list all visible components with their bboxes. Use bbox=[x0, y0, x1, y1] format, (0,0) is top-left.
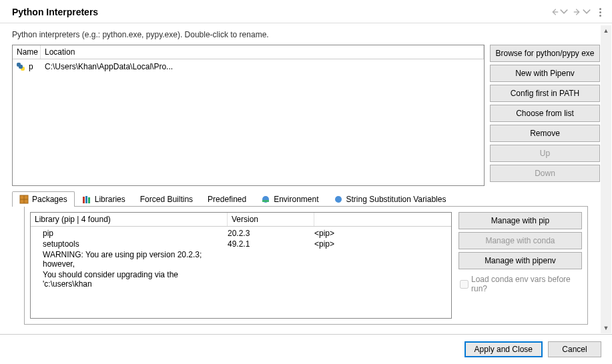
interpreters-table[interactable]: Name Location p C:\Users\Khan\AppData\Lo… bbox=[12, 45, 485, 186]
package-icon bbox=[19, 195, 29, 204]
tab-label: Libraries bbox=[95, 195, 125, 204]
page-title: Python Interpreters bbox=[12, 7, 98, 17]
svg-rect-2 bbox=[19, 65, 23, 69]
manage-conda-button: Manage with conda bbox=[458, 232, 582, 249]
config-path-button[interactable]: Config first in PATH bbox=[490, 85, 600, 102]
col-location[interactable]: Location bbox=[41, 45, 484, 59]
nav-back-group[interactable] bbox=[550, 7, 569, 17]
dialog-header: Python Interpreters bbox=[0, 0, 612, 23]
packages-table[interactable]: Library (pip | 4 found) Version pip 20.2… bbox=[30, 212, 452, 319]
list-item[interactable]: You should consider upgrading via the 'c… bbox=[31, 269, 451, 289]
packages-panel: Library (pip | 4 found) Version pip 20.2… bbox=[24, 206, 588, 325]
vertical-scrollbar[interactable]: ▲ ▼ bbox=[601, 25, 611, 333]
pkg-source: <pip> bbox=[314, 229, 451, 238]
packages-header: Library (pip | 4 found) Version bbox=[31, 213, 451, 227]
nav-forward-group[interactable] bbox=[573, 7, 591, 17]
libraries-icon bbox=[82, 195, 91, 204]
remove-button[interactable]: Remove bbox=[490, 125, 600, 142]
interpreters-table-body: p C:\Users\Khan\AppData\Local\Pro... bbox=[13, 59, 484, 74]
up-button: Up bbox=[490, 145, 600, 162]
cancel-button[interactable]: Cancel bbox=[548, 341, 601, 357]
pkg-source: <pip> bbox=[314, 239, 451, 249]
list-item[interactable]: setuptools 49.2.1 <pip> bbox=[31, 239, 451, 249]
tab-label: String Substitution Variables bbox=[346, 195, 446, 204]
down-button: Down bbox=[490, 165, 600, 182]
table-row[interactable]: p C:\Users\Khan\AppData\Local\Pro... bbox=[13, 61, 484, 73]
svg-rect-10 bbox=[262, 200, 269, 202]
tab-forced-builtins[interactable]: Forced Builtins bbox=[133, 191, 200, 207]
header-toolbar bbox=[550, 7, 601, 17]
pkg-version: 20.2.3 bbox=[228, 229, 314, 238]
load-conda-checkbox[interactable]: Load conda env vars before run? bbox=[458, 272, 582, 296]
col-version[interactable]: Version bbox=[228, 213, 314, 226]
pkg-warning: WARNING: You are using pip version 20.2.… bbox=[31, 250, 228, 269]
package-side-buttons: Manage with pip Manage with conda Manage… bbox=[458, 212, 582, 319]
new-pipenv-button[interactable]: New with Pipenv bbox=[490, 65, 600, 82]
packages-body: pip 20.2.3 <pip> setuptools 49.2.1 <pip>… bbox=[31, 227, 451, 318]
load-conda-input bbox=[460, 280, 469, 289]
tab-environment[interactable]: Environment bbox=[254, 191, 326, 207]
col-library[interactable]: Library (pip | 4 found) bbox=[31, 213, 228, 226]
arrow-left-icon bbox=[550, 7, 559, 17]
tab-label: Predefined bbox=[208, 195, 246, 204]
scroll-down-icon[interactable]: ▼ bbox=[601, 323, 611, 333]
manage-pip-button[interactable]: Manage with pip bbox=[458, 212, 582, 229]
python-icon bbox=[15, 61, 26, 72]
svg-point-11 bbox=[335, 196, 342, 203]
list-item[interactable]: pip 20.2.3 <pip> bbox=[31, 228, 451, 239]
col-name[interactable]: Name bbox=[13, 45, 41, 59]
menu-icon[interactable] bbox=[599, 8, 601, 17]
substitution-icon bbox=[334, 195, 343, 204]
tab-label: Packages bbox=[32, 195, 67, 204]
tab-substitution[interactable]: String Substitution Variables bbox=[326, 191, 454, 207]
main-area: Name Location p C:\Users\Khan\AppData\Lo… bbox=[0, 45, 612, 186]
dropdown-icon bbox=[582, 7, 591, 17]
tab-libraries[interactable]: Libraries bbox=[75, 191, 133, 207]
tab-predefined[interactable]: Predefined bbox=[200, 191, 254, 207]
tab-label: Environment bbox=[274, 195, 318, 204]
tab-label: Forced Builtins bbox=[140, 195, 193, 204]
tabs: Packages Libraries Forced Builtins Prede… bbox=[12, 191, 600, 207]
arrow-right-icon bbox=[573, 7, 582, 17]
svg-rect-7 bbox=[85, 196, 87, 203]
tab-packages[interactable]: Packages bbox=[12, 191, 75, 207]
apply-close-button[interactable]: Apply and Close bbox=[465, 341, 543, 357]
environment-icon bbox=[261, 195, 270, 204]
side-buttons: Browse for python/pypy exe New with Pipe… bbox=[490, 45, 600, 186]
manage-pipenv-button[interactable]: Manage with pipenv bbox=[458, 252, 582, 269]
pkg-version: 49.2.1 bbox=[228, 239, 314, 249]
pkg-name: setuptools bbox=[31, 239, 228, 249]
pkg-warning: You should consider upgrading via the 'c… bbox=[31, 270, 228, 289]
list-item[interactable]: WARNING: You are using pip version 20.2.… bbox=[31, 249, 451, 269]
col-source[interactable] bbox=[314, 213, 451, 226]
choose-list-button[interactable]: Choose from list bbox=[490, 105, 600, 122]
interpreters-table-header: Name Location bbox=[13, 45, 484, 59]
bottom-bar: Apply and Close Cancel bbox=[0, 334, 612, 364]
svg-rect-6 bbox=[83, 197, 85, 203]
pkg-name: pip bbox=[31, 229, 228, 238]
browse-button[interactable]: Browse for python/pypy exe bbox=[490, 45, 600, 62]
scroll-up-icon[interactable]: ▲ bbox=[601, 25, 611, 36]
row-location: C:\Users\Khan\AppData\Local\Pro... bbox=[45, 62, 481, 71]
row-name: p bbox=[29, 62, 42, 71]
subtitle-text: Python interpreters (e.g.: python.exe, p… bbox=[0, 23, 612, 45]
svg-rect-8 bbox=[88, 197, 90, 203]
dropdown-icon bbox=[559, 7, 569, 17]
tabs-container: Packages Libraries Forced Builtins Prede… bbox=[12, 191, 600, 325]
load-conda-label: Load conda env vars before run? bbox=[471, 275, 581, 293]
